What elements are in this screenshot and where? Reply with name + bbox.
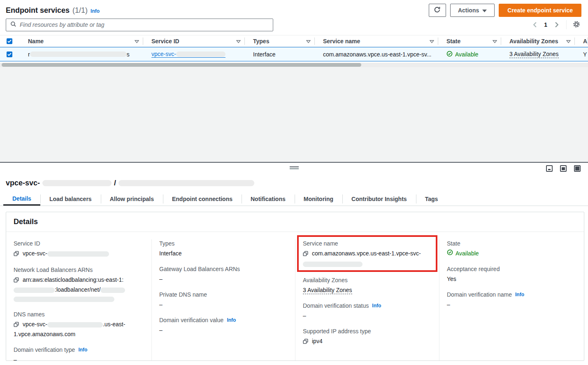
state-text: Available — [456, 249, 479, 258]
field-service-name: Service name com.amazonaws.vpce.us-east-… — [303, 239, 432, 267]
field-label: Gateway Load Balancers ARNs — [159, 265, 240, 273]
availability-zones-popover-trigger[interactable]: 3 Availability Zones — [509, 51, 559, 58]
field-value: – — [159, 276, 163, 282]
field-value: – — [14, 356, 17, 361]
create-endpoint-service-button[interactable]: Create endpoint service — [499, 4, 581, 17]
details-card-header: Details — [6, 212, 584, 232]
panel-drag-handle-icon[interactable] — [290, 166, 299, 169]
field-label: Types — [159, 239, 174, 248]
tab-endpoint-connections[interactable]: Endpoint connections — [163, 192, 242, 206]
copy-icon[interactable] — [303, 250, 308, 259]
row-name-cell: r s — [23, 47, 143, 61]
redacted-text — [176, 51, 225, 57]
actions-button[interactable]: Actions — [450, 4, 495, 17]
refresh-icon — [434, 6, 441, 14]
row-service-name-value: com.amazonaws.vpce.us-east-1.vpce-sv... — [323, 51, 432, 58]
panel-size-half-icon[interactable] — [560, 165, 567, 172]
row-state-cell: Available — [438, 47, 501, 61]
redacted-text — [119, 180, 254, 186]
field-domain-verification-value: Domain verification valueInfo – — [159, 316, 288, 335]
actions-button-label: Actions — [458, 7, 479, 14]
row-acceptance-value: Y — [583, 51, 587, 58]
tab-monitoring[interactable]: Monitoring — [295, 192, 342, 206]
column-header-service-id[interactable]: Service ID — [143, 35, 245, 47]
check-circle-icon — [446, 51, 453, 58]
panel-size-small-icon[interactable] — [546, 165, 553, 172]
column-header-service-name[interactable]: Service name — [315, 35, 438, 47]
column-label: A — [583, 38, 587, 44]
availability-zones-popover-trigger[interactable]: 3 Availability Zones — [303, 287, 352, 294]
info-link[interactable]: Info — [78, 346, 87, 354]
tab-notifications[interactable]: Notifications — [242, 192, 295, 206]
horizontal-scrollbar-thumb[interactable] — [2, 63, 361, 67]
field-value: :loadbalancer/net/ — [55, 286, 100, 293]
field-availability-zones: Availability Zones 3 Availability Zones — [303, 276, 432, 295]
column-label: Service name — [323, 38, 360, 44]
search-box[interactable] — [6, 19, 273, 31]
details-heading: Details — [14, 218, 576, 226]
sort-icon[interactable] — [493, 38, 497, 44]
copy-icon[interactable] — [14, 250, 19, 259]
select-all-checkbox[interactable] — [7, 38, 12, 44]
field-domain-verification-status: Domain verification statusInfo – — [303, 302, 432, 320]
tab-label: Contributor Insights — [351, 196, 407, 202]
field-label: Domain verification name — [447, 290, 512, 299]
tab-load-balancers[interactable]: Load balancers — [40, 192, 101, 206]
field-label: DNS names — [14, 310, 44, 318]
field-value: vpce-svc- — [23, 321, 47, 328]
redacted-text — [14, 297, 114, 302]
sort-icon[interactable] — [236, 38, 241, 44]
redacted-text — [303, 262, 363, 267]
row-service-name-cell: com.amazonaws.vpce.us-east-1.vpce-sv... — [315, 47, 438, 61]
row-types-cell: Interface — [245, 47, 315, 61]
column-header-availability-zones[interactable]: Availability Zones — [501, 35, 575, 47]
info-link[interactable]: Info — [515, 290, 524, 299]
search-icon — [10, 21, 16, 28]
field-private-dns-name: Private DNS name – — [159, 290, 288, 309]
tab-label: Monitoring — [304, 196, 333, 202]
sort-icon[interactable] — [135, 38, 139, 44]
column-header-acceptance-cutoff[interactable]: A — [575, 35, 588, 47]
info-link[interactable]: Info — [227, 316, 236, 324]
sort-icon[interactable] — [566, 38, 571, 44]
sort-icon[interactable] — [306, 38, 311, 44]
split-panel-controls — [0, 163, 588, 175]
service-id-text: vpce-svc- — [151, 51, 176, 57]
field-domain-verification-type: Domain verification typeInfo – — [14, 346, 144, 361]
field-value: – — [447, 301, 450, 308]
state-badge: Available — [446, 51, 479, 58]
panel-size-full-icon[interactable] — [574, 165, 581, 172]
info-link[interactable]: Info — [91, 8, 100, 14]
search-input[interactable] — [20, 21, 269, 28]
tab-allow-principals[interactable]: Allow principals — [101, 192, 163, 206]
column-header-types[interactable]: Types — [245, 35, 315, 47]
copy-icon[interactable] — [303, 337, 308, 346]
check-circle-icon — [447, 249, 453, 258]
sort-icon[interactable] — [430, 38, 434, 44]
table-row[interactable]: r s vpce-svc- Interface com.amazonaws.vp… — [0, 47, 588, 61]
service-id-link[interactable]: vpce-svc- — [151, 51, 225, 58]
next-page-button[interactable] — [552, 20, 561, 29]
column-label: Service ID — [151, 38, 179, 44]
service-name-highlight-box: Service name com.amazonaws.vpce.us-east-… — [297, 235, 437, 272]
tab-details[interactable]: Details — [3, 192, 40, 206]
previous-page-button[interactable] — [530, 20, 539, 29]
tab-contributor-insights[interactable]: Contributor Insights — [342, 192, 416, 206]
refresh-button[interactable] — [429, 4, 446, 17]
column-header-state[interactable]: State — [438, 35, 501, 47]
current-page-number[interactable]: 1 — [544, 21, 547, 28]
redacted-text — [14, 288, 55, 293]
copy-icon[interactable] — [14, 276, 19, 285]
copy-icon[interactable] — [14, 321, 19, 330]
row-checkbox[interactable] — [7, 51, 12, 57]
field-label: Availability Zones — [303, 276, 348, 284]
field-nlb-arns: Network Load Balancers ARNs arn:aws:elas… — [14, 266, 144, 303]
table-settings-button[interactable] — [572, 20, 581, 30]
field-label: Domain verification status — [303, 302, 369, 310]
tab-tags[interactable]: Tags — [416, 192, 447, 206]
panel-title-separator: / — [114, 178, 116, 188]
info-link[interactable]: Info — [372, 302, 381, 310]
horizontal-scrollbar[interactable] — [0, 63, 588, 67]
column-header-name[interactable]: Name — [23, 35, 143, 47]
create-button-label: Create endpoint service — [507, 7, 573, 14]
